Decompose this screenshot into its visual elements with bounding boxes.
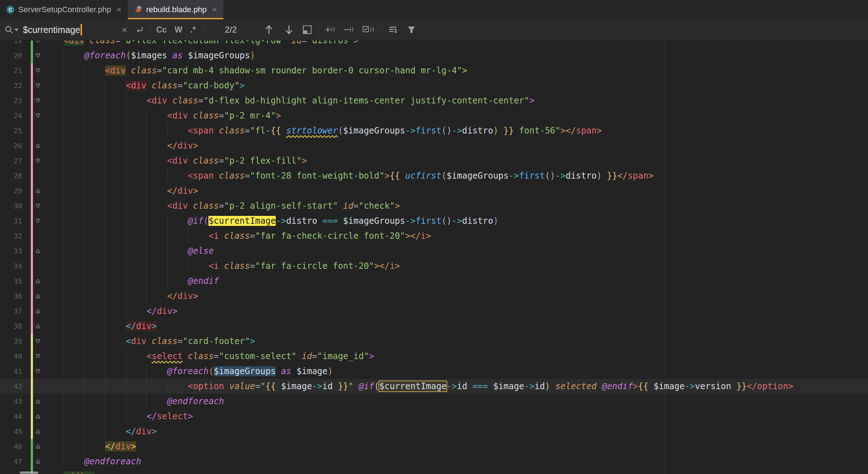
words-toggle[interactable]: W xyxy=(175,25,183,35)
new-line-button[interactable] xyxy=(135,25,144,34)
code-line[interactable]: 41@foreach($imageGroups as $image) xyxy=(0,364,868,379)
code-text: </div> xyxy=(43,319,157,334)
code-text: <div class="p-2 align-self-start" id="ch… xyxy=(43,198,400,213)
line-number: 31 xyxy=(0,213,22,228)
ide-window: C ServerSetupController.php × rebuild.bl… xyxy=(0,0,868,474)
code-line[interactable]: 22<div class="card-body"> xyxy=(0,78,868,93)
select-all-occurrences-button[interactable]: II xyxy=(362,26,375,34)
code-line[interactable]: 29</div> xyxy=(0,183,868,198)
code-line[interactable]: 45</div> xyxy=(0,424,868,439)
clear-search-button[interactable]: × xyxy=(122,24,127,35)
indent-guide xyxy=(105,258,126,274)
indent-guide xyxy=(105,78,126,93)
indent-guide xyxy=(85,289,105,304)
close-tab-icon[interactable]: × xyxy=(212,5,217,15)
search-mode-button[interactable] xyxy=(4,25,19,34)
code-line[interactable]: 21<div class="card mb-4 shadow-sm rounde… xyxy=(0,63,868,78)
indent-guide xyxy=(146,123,167,138)
search-input[interactable]: $currentimage xyxy=(23,24,122,35)
line-number: 40 xyxy=(0,349,22,364)
add-occurrence-button[interactable]: +II xyxy=(325,26,336,33)
indent-guide xyxy=(126,213,146,228)
fold-down-icon[interactable] xyxy=(33,364,43,379)
code-line[interactable]: 27<div class="p-2 flex-fill"> xyxy=(0,153,868,168)
code-line[interactable]: 39<div class="card-footer"> xyxy=(0,334,868,349)
code-line[interactable]: 44</select> xyxy=(0,409,868,424)
code-line[interactable]: 48</div> xyxy=(0,469,868,474)
remove-occurrence-button[interactable]: −II xyxy=(343,26,354,33)
code-line[interactable]: 23<div class="d-flex bd-highlight align-… xyxy=(0,93,868,108)
code-line[interactable]: 36</div> xyxy=(0,289,868,304)
fold-down-icon[interactable] xyxy=(33,153,43,168)
code-line[interactable]: 28<span class="font-28 font-weight-bold"… xyxy=(0,168,868,183)
fold-down-icon[interactable] xyxy=(33,213,43,228)
code-line[interactable]: 47@endforeach xyxy=(0,454,868,469)
indent-guide xyxy=(146,183,167,198)
code-line[interactable]: 30<div class="p-2 align-self-start" id="… xyxy=(0,198,868,213)
fold-down-icon[interactable] xyxy=(33,198,43,213)
indent-guide xyxy=(126,108,146,123)
code-line[interactable]: 26</div> xyxy=(0,138,868,153)
code-line[interactable]: 25<span class="fl-{{ strtolower($imageGr… xyxy=(0,123,868,138)
indent-guide xyxy=(126,243,146,258)
fold-down-icon[interactable] xyxy=(33,63,43,78)
code-line[interactable]: 37</div> xyxy=(0,304,868,319)
indent-guide xyxy=(85,379,105,394)
indent-guide xyxy=(85,183,105,198)
code-line[interactable]: 32<i class="far fa-check-circle font-20"… xyxy=(0,228,868,243)
fold-down-icon[interactable] xyxy=(33,334,43,349)
fold-up-icon[interactable] xyxy=(33,243,43,258)
indent-guide xyxy=(105,168,126,183)
match-case-toggle[interactable]: Cc xyxy=(156,25,167,35)
fold-up-icon[interactable] xyxy=(33,394,43,409)
code-line[interactable]: 46</div> xyxy=(0,439,868,454)
code-line[interactable]: 43@endforeach xyxy=(0,394,868,409)
fold-up-icon[interactable] xyxy=(33,289,43,304)
preview-results-icon[interactable] xyxy=(388,25,398,35)
indent-guide xyxy=(85,334,105,349)
fold-up-icon[interactable] xyxy=(33,439,43,454)
fold-up-icon[interactable] xyxy=(33,274,43,289)
code-editor[interactable]: 19<div class="d-flex flex-column flex-lg… xyxy=(0,19,868,474)
fold-down-icon[interactable] xyxy=(33,93,43,108)
code-text: </div> xyxy=(43,138,198,153)
fold-up-icon[interactable] xyxy=(33,138,43,153)
fold-down-icon[interactable] xyxy=(33,48,43,63)
next-occurrence-button[interactable] xyxy=(284,24,294,35)
indent-guide xyxy=(85,153,105,168)
indent-guide xyxy=(64,304,85,319)
fold-down-icon[interactable] xyxy=(33,78,43,93)
code-line[interactable]: 38</div> xyxy=(0,319,868,334)
code-line[interactable]: 35@endif xyxy=(0,274,868,289)
code-line[interactable]: 34<i class="far fa-circle font-20"></i> xyxy=(0,258,868,274)
code-line[interactable]: 31@if($currentImage->distro === $imageGr… xyxy=(0,213,868,228)
code-line[interactable]: 40<select class="custom-select" id="imag… xyxy=(0,349,868,364)
close-tab-icon[interactable]: × xyxy=(116,5,121,15)
indent-guide xyxy=(105,424,126,439)
indent-guide xyxy=(85,424,105,439)
line-number: 28 xyxy=(0,168,22,183)
tab-serversetupcontroller[interactable]: C ServerSetupController.php × xyxy=(0,0,128,19)
fold-up-icon[interactable] xyxy=(33,183,43,198)
indent-guide xyxy=(64,123,85,138)
fold-up-icon[interactable] xyxy=(33,304,43,319)
fold-up-icon[interactable] xyxy=(33,409,43,424)
regex-toggle[interactable]: .* xyxy=(190,25,196,35)
previous-occurrence-button[interactable] xyxy=(264,24,274,35)
fold-down-icon[interactable] xyxy=(33,349,43,364)
code-line[interactable]: 42<option value="{{ $image->id }}" @if($… xyxy=(0,379,868,394)
line-number: 44 xyxy=(0,409,22,424)
fold-up-icon[interactable] xyxy=(33,424,43,439)
indent-guide xyxy=(188,228,209,243)
fold-up-icon[interactable] xyxy=(33,454,43,469)
code-line[interactable]: 20@foreach($images as $imageGroups) xyxy=(0,48,868,63)
tab-rebuild-blade[interactable]: rebuild.blade.php × xyxy=(128,0,223,19)
fold-up-icon[interactable] xyxy=(33,319,43,334)
code-line[interactable]: 24<div class="p-2 mr-4"> xyxy=(0,108,868,123)
fold-down-icon[interactable] xyxy=(33,108,43,123)
horizontal-scrollbar-thumb[interactable] xyxy=(20,471,38,474)
search-in-selection-icon[interactable] xyxy=(302,25,312,35)
line-number: 37 xyxy=(0,304,22,319)
filter-search-icon[interactable] xyxy=(406,25,416,35)
code-line[interactable]: 33@else xyxy=(0,243,868,258)
